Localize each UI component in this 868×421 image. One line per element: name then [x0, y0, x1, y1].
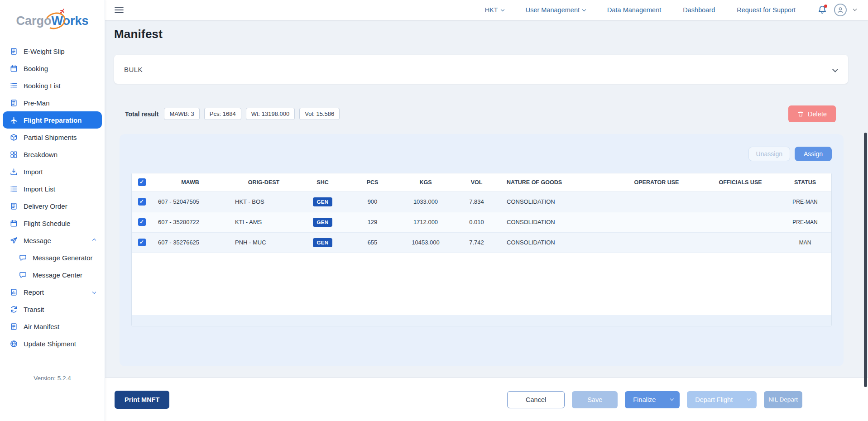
hamburger-menu-button[interactable]: [115, 6, 124, 14]
paper-plane-icon: [10, 237, 18, 244]
sidebar-item-flight-schedule[interactable]: Flight Schedule: [3, 215, 102, 232]
user-avatar[interactable]: [834, 4, 847, 16]
document-icon: [10, 323, 18, 330]
transit-icon: [10, 306, 18, 313]
cell-status: MAN: [779, 232, 831, 253]
user-menu-chevron[interactable]: [853, 7, 857, 11]
summary-badge-weight: Wt: 13198.000: [246, 108, 295, 120]
cell-shc: GEN: [299, 191, 346, 212]
unassign-button[interactable]: Unassign: [748, 147, 790, 161]
manifest-table: ✓ MAWB ORIG-DEST SHC PCS KGS VOL NATURE …: [132, 173, 831, 253]
nav-user-management[interactable]: User Management: [526, 6, 585, 14]
sidebar-item-label: Transit: [24, 306, 44, 313]
grid-icon: [10, 151, 18, 158]
sidebar-item-label: Pre-Man: [24, 99, 50, 107]
chevron-down-icon: [832, 67, 838, 72]
table-footer-strip: [132, 315, 831, 326]
sidebar-item-label: Booking: [24, 65, 48, 72]
nav-label: Dashboard: [683, 6, 715, 14]
summary-badge-mawb: MAWB: 3: [164, 108, 199, 120]
nil-depart-button[interactable]: NIL Depart: [764, 391, 802, 408]
bulk-section-label: BULK: [124, 66, 143, 73]
sidebar-item-booking-list[interactable]: Booking List: [3, 77, 102, 94]
version-label: Version: 5.2.4: [0, 375, 105, 382]
chevron-down-icon: [93, 291, 96, 293]
cell-orig-dest: PNH - MUC: [229, 232, 299, 253]
cell-status: PRE-MAN: [779, 212, 831, 232]
sidebar-item-e-weight-slip[interactable]: E-Weight Slip: [3, 43, 102, 60]
row-checkbox[interactable]: ✓: [138, 239, 146, 246]
sidebar-item-delivery-order[interactable]: Delivery Order: [3, 197, 102, 215]
sidebar-item-transit[interactable]: Transit: [3, 301, 102, 318]
save-button[interactable]: Save: [572, 391, 618, 408]
cell-status: PRE-MAN: [779, 191, 831, 212]
sidebar-item-message-center[interactable]: Message Center: [3, 266, 102, 283]
cell-pcs: 129: [346, 212, 398, 232]
table-header-row: ✓ MAWB ORIG-DEST SHC PCS KGS VOL NATURE …: [132, 173, 831, 191]
depart-flight-button[interactable]: Depart Flight: [687, 391, 757, 408]
depart-dropdown-toggle[interactable]: [741, 391, 757, 408]
print-mnft-button[interactable]: Print MNFT: [115, 391, 169, 409]
plane-icon: [10, 116, 18, 124]
bulk-section-header[interactable]: BULK: [114, 55, 848, 84]
page-content: Manifest BULK Total result MAWB: 3 Pcs: …: [105, 20, 868, 421]
finalize-button-label: Finalize: [625, 391, 664, 408]
trash-icon: [797, 111, 804, 117]
scrollbar-thumb[interactable]: [864, 133, 867, 387]
sidebar-item-message[interactable]: Message: [3, 232, 102, 249]
sidebar-item-label: E-Weight Slip: [24, 48, 65, 55]
sidebar-item-label: Import: [24, 168, 43, 176]
sidebar-item-pre-man[interactable]: Pre-Man: [3, 94, 102, 111]
nav-data-management[interactable]: Data Management: [607, 6, 661, 14]
col-vol: VOL: [453, 173, 500, 191]
sidebar-item-import[interactable]: Import: [3, 163, 102, 180]
finalize-dropdown-toggle[interactable]: [664, 391, 680, 408]
col-orig-dest: ORIG-DEST: [229, 173, 299, 191]
message-center-icon: [19, 271, 27, 279]
sidebar-item-label: Message Center: [33, 271, 82, 279]
sidebar-item-label: Breakdown: [24, 151, 58, 158]
main-area: HKT User Management Data Management Dash…: [105, 0, 868, 421]
action-footer: Print MNFT Cancel Save Finalize Depart F…: [105, 378, 868, 421]
sidebar-item-breakdown[interactable]: Breakdown: [3, 146, 102, 163]
depart-flight-button-label: Depart Flight: [687, 391, 741, 408]
sidebar-item-label: Update Shipment: [24, 340, 76, 348]
col-status: STATUS: [779, 173, 831, 191]
notifications-button[interactable]: [817, 5, 827, 15]
sidebar-item-message-generator[interactable]: Message Generator: [3, 249, 102, 266]
sidebar-item-report[interactable]: Report: [3, 283, 102, 301]
cell-orig-dest: KTI - AMS: [229, 212, 299, 232]
manifest-panel: Unassign Assign ✓ MAWB ORIG-DEST SHC PC: [120, 134, 844, 366]
cell-officials-use: [702, 212, 779, 232]
row-checkbox[interactable]: ✓: [138, 218, 146, 226]
delete-button[interactable]: Delete: [788, 105, 836, 122]
select-all-checkbox[interactable]: ✓: [138, 178, 146, 186]
nav-station-selector[interactable]: HKT: [485, 6, 504, 14]
globe-icon: [10, 340, 18, 348]
delete-button-label: Delete: [808, 110, 827, 118]
assign-button[interactable]: Assign: [795, 147, 832, 161]
sidebar-item-label: Delivery Order: [24, 202, 67, 210]
page-title: Manifest: [114, 27, 848, 41]
shc-badge: GEN: [313, 238, 333, 247]
cell-mawb: 607 - 35280722: [152, 212, 229, 232]
sidebar-item-update-shipment[interactable]: Update Shipment: [3, 335, 102, 352]
cell-kgs: 10453.000: [398, 232, 453, 253]
sidebar: CargoWorks E-Weight Slip Booking Booking…: [0, 0, 105, 421]
select-all-cell: ✓: [132, 173, 152, 191]
sidebar-item-air-manifest[interactable]: Air Manifest: [3, 318, 102, 335]
sidebar-item-label: Flight Schedule: [24, 220, 70, 227]
cell-mawb: 607 - 35276625: [152, 232, 229, 253]
topbar: HKT User Management Data Management Dash…: [105, 0, 868, 20]
nav-request-support[interactable]: Request for Support: [737, 6, 796, 14]
row-checkbox[interactable]: ✓: [138, 198, 146, 206]
sidebar-item-flight-preparation[interactable]: Flight Preparation: [3, 111, 102, 129]
nav-dashboard[interactable]: Dashboard: [683, 6, 715, 14]
finalize-button[interactable]: Finalize: [625, 391, 680, 408]
cancel-button[interactable]: Cancel: [507, 391, 565, 408]
sidebar-item-booking[interactable]: Booking: [3, 60, 102, 77]
cell-vol: 0.010: [453, 212, 500, 232]
sidebar-item-partial-shipments[interactable]: Partial Shipments: [3, 129, 102, 146]
sidebar-item-label: Air Manifest: [24, 323, 59, 330]
sidebar-item-import-list[interactable]: Import List: [3, 180, 102, 197]
